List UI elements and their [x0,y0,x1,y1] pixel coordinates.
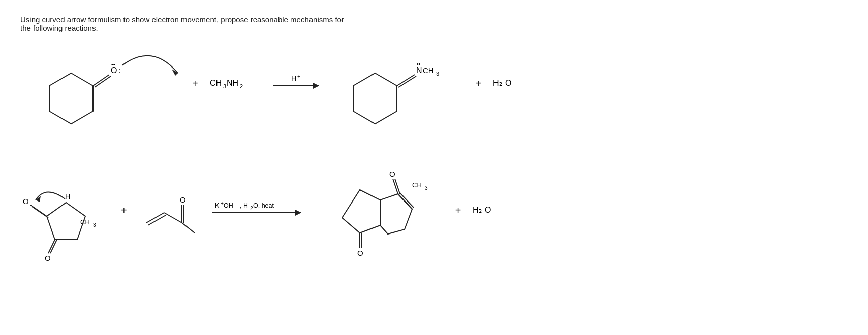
svg-text:₂: ₂ [499,79,502,87]
svg-line-58 [399,192,414,208]
svg-text:CH: CH [423,66,434,75]
reaction-2: O O H CH 3 + O [20,154,848,266]
svg-text:H: H [291,74,296,82]
svg-text:-: - [237,200,239,206]
svg-text:••: •• [111,61,115,68]
svg-text:O: O [180,195,186,204]
svg-line-1 [93,75,109,86]
svg-text:O: O [357,249,363,257]
svg-text:H: H [65,192,70,200]
question-text: Using curved arrow formulism to show ele… [20,15,848,32]
svg-marker-15 [353,73,397,124]
svg-text:••: •• [417,61,421,67]
reaction2-reagent2-svg: O [136,175,202,246]
svg-text:CH: CH [412,181,422,189]
svg-text:3: 3 [223,83,226,89]
reaction1-plus2: + [476,78,482,89]
svg-text:O: O [389,170,395,178]
reaction2-plus1: + [121,205,127,216]
svg-line-16 [397,75,415,86]
svg-line-38 [164,213,182,223]
svg-text:O, heat: O, heat [253,202,274,209]
reaction2-reagent1-svg: O O H CH 3 [20,159,112,261]
svg-text:3: 3 [93,222,96,228]
svg-line-42 [182,223,195,233]
svg-text:H: H [493,79,499,87]
svg-text:, H: , H [240,202,248,209]
svg-marker-53 [380,194,412,234]
reaction1-product1-svg: N CH 3 •• [334,32,467,134]
svg-text:O: O [23,197,29,206]
svg-text:NH: NH [227,79,238,87]
reaction1-product2-svg: H ₂ O [490,68,526,98]
reaction1-reagent2-svg: CH 3 NH 2 [207,68,263,98]
svg-text:CH: CH [80,218,90,226]
reaction2-arrow-svg: K + OH - , H 2 O, heat [207,192,309,228]
svg-text:3: 3 [436,71,439,77]
svg-text:3: 3 [425,185,428,191]
question-line2: the following reactions. [20,24,848,32]
svg-text:O: O [505,79,511,87]
svg-text::: : [118,66,120,75]
svg-marker-44 [295,210,301,216]
svg-line-2 [95,76,111,87]
svg-text:2: 2 [240,83,243,89]
svg-line-57 [398,194,412,209]
svg-text:₂: ₂ [479,206,482,214]
question-line1: Using curved arrow formulism to show ele… [20,15,848,24]
svg-text:H: H [473,206,479,214]
svg-text:O: O [485,206,491,214]
svg-line-27 [32,207,48,218]
svg-text:N: N [416,66,422,75]
svg-marker-25 [47,203,85,240]
reaction1-arrow-svg: H + [268,68,329,98]
svg-text:K: K [215,202,220,209]
reaction1-plus1: + [192,78,198,89]
svg-text:+: + [297,73,300,79]
svg-text:CH: CH [210,79,222,87]
reaction2-plus2: + [455,205,461,216]
reaction-1: O •• : + CH 3 NH 2 [20,32,848,134]
reaction2-product2-svg: H ₂ O [470,195,506,225]
svg-marker-0 [49,73,93,124]
svg-text:O: O [45,254,51,261]
svg-marker-12 [313,83,319,89]
svg-text:OH: OH [224,202,233,209]
reaction1-reagent1-svg: O •• : [20,32,183,134]
svg-line-17 [398,76,416,87]
svg-marker-52 [342,190,380,233]
reaction2-product1-svg: O O CH 3 [314,154,446,266]
